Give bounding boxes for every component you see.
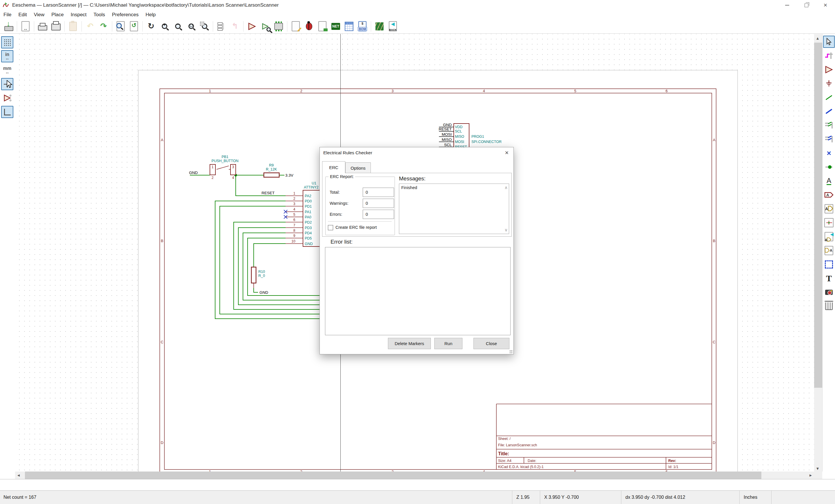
plot-button[interactable] [49, 20, 63, 33]
erc-dialog-titlebar[interactable]: Electrical Rules Checker [320, 147, 513, 158]
svg-text:A: A [826, 193, 829, 197]
zoom-out-button[interactable]: − [171, 20, 184, 33]
place-power-port-tool[interactable] [823, 77, 835, 89]
orthogonal-wires-toggle[interactable] [1, 106, 13, 118]
menu-place[interactable]: Place [48, 11, 67, 19]
place-symbol-tool[interactable] [823, 63, 835, 76]
svg-text:R_0: R_0 [258, 274, 265, 278]
erc-button[interactable] [302, 20, 316, 33]
vertical-scrollbar[interactable]: ▴ ▾ [814, 34, 822, 471]
page-settings-button[interactable]: ↔ [19, 20, 32, 33]
symbol-browser-button[interactable] [259, 20, 272, 33]
tab-options[interactable]: Options [345, 162, 371, 173]
svg-text:MOSI: MOSI [442, 132, 452, 137]
menu-edit[interactable]: Edit [15, 11, 30, 19]
menu-file[interactable]: File [0, 11, 15, 19]
scroll-right-arrow[interactable]: ▸ [810, 471, 812, 479]
units-mm-toggle[interactable]: mm↔ [1, 64, 13, 76]
place-sheet-pin-tool[interactable]: A [823, 244, 835, 257]
total-field[interactable]: 0 [363, 188, 394, 197]
symbol-fields-table-button[interactable] [342, 20, 356, 33]
hidden-pins-toggle[interactable] [1, 92, 13, 104]
undo-button[interactable]: ↶ [83, 20, 97, 33]
run-button[interactable]: Run [434, 338, 463, 349]
messages-scroll-down-icon[interactable]: ∨ [505, 227, 508, 233]
delete-tool[interactable] [823, 300, 835, 312]
place-hierarchical-sheet-tool[interactable] [823, 217, 835, 229]
paste-icon[interactable] [66, 20, 80, 33]
zoom-in-button[interactable]: + [158, 20, 171, 33]
menu-view[interactable]: View [30, 11, 48, 19]
place-wire-tool[interactable] [823, 92, 835, 103]
svg-text:A: A [713, 138, 716, 142]
messages-box[interactable]: Finished ∧ ∨ [399, 184, 509, 234]
svg-text:GND: GND [305, 242, 313, 246]
horizontal-scrollbar[interactable]: ◂ ▸ [15, 471, 814, 479]
close-dialog-button[interactable]: Close [473, 338, 509, 349]
find-replace-button[interactable]: ↺ [127, 20, 141, 33]
svg-text:PB1: PB1 [222, 155, 228, 159]
run-pcbnew-button[interactable] [373, 20, 386, 33]
message-panel [0, 479, 835, 491]
assign-footprints-button[interactable] [316, 20, 329, 33]
messages-scroll-up-icon[interactable]: ∧ [505, 185, 508, 190]
bom-button[interactable]: BOM$ [356, 20, 369, 33]
menu-help[interactable]: Help [142, 11, 159, 19]
minimize-button[interactable] [778, 0, 797, 11]
errors-field[interactable]: 0 [363, 210, 394, 219]
restore-button[interactable] [797, 0, 816, 11]
wire-to-bus-entry-tool[interactable] [823, 119, 835, 132]
tab-erc[interactable]: ERC [322, 161, 345, 173]
mouse-pointer [6, 80, 13, 89]
place-junction-tool[interactable] [823, 161, 835, 173]
scroll-up-arrow[interactable]: ▴ [816, 35, 819, 42]
select-tool[interactable] [823, 36, 835, 48]
symbol-editor-button[interactable] [245, 20, 259, 33]
scroll-left-arrow[interactable]: ◂ [17, 471, 20, 479]
erc-dialog-close-button[interactable]: × [500, 147, 513, 158]
highlight-net-tool[interactable] [823, 49, 835, 62]
generate-netlist-button[interactable]: NET [329, 20, 342, 33]
find-button[interactable] [114, 20, 127, 33]
import-sheet-pin-tool[interactable]: ◀A [823, 230, 835, 243]
svg-text:5: 5 [574, 89, 576, 93]
error-list-box[interactable] [325, 247, 511, 335]
warnings-field[interactable]: 0 [363, 199, 394, 208]
status-units: Inches [739, 491, 771, 504]
place-graphic-line-tool[interactable] [823, 258, 835, 270]
place-text-tool[interactable]: T [823, 272, 835, 284]
scroll-down-arrow[interactable]: ▾ [816, 466, 819, 471]
menu-preferences[interactable]: Preferences [108, 11, 142, 19]
redo-button[interactable]: ↷ [97, 20, 110, 33]
no-connect-tool[interactable]: × [823, 147, 835, 159]
hierarchy-navigator-button[interactable] [215, 20, 228, 33]
place-hierarchical-label-tool[interactable]: A [823, 203, 835, 215]
bus-to-bus-entry-tool[interactable] [823, 133, 835, 145]
horizontal-scroll-thumb[interactable] [25, 471, 761, 479]
delete-markers-button[interactable]: Delete Markers [388, 338, 431, 349]
eeschema-app-icon [2, 2, 9, 9]
place-image-tool[interactable] [823, 286, 835, 298]
annotate-button[interactable] [289, 20, 302, 33]
close-button[interactable]: × [816, 0, 835, 11]
place-bus-tool[interactable] [823, 105, 835, 118]
vertical-scroll-thumb[interactable] [814, 43, 822, 388]
menu-inspect[interactable]: Inspect [67, 11, 90, 19]
grid-visibility-toggle[interactable] [1, 36, 13, 48]
status-relative-delta: dx 3.950 dy -0.700 dist 4.012 [621, 491, 739, 504]
menu-tools[interactable]: Tools [90, 11, 109, 19]
print-button[interactable] [36, 20, 49, 33]
dialog-resize-grip[interactable] [509, 350, 513, 354]
leave-sheet-button[interactable]: ↰ [228, 20, 242, 33]
save-button[interactable]: ↓ [2, 20, 15, 33]
place-net-label-tool[interactable]: A [823, 175, 835, 187]
units-inches-toggle[interactable]: in↔ [1, 50, 13, 62]
create-erc-report-checkbox[interactable] [328, 225, 333, 230]
redraw-view-button[interactable]: ↻ [144, 20, 158, 33]
footprint-editor-button[interactable] [272, 20, 285, 33]
place-global-label-tool[interactable]: A [823, 189, 835, 201]
zoom-fit-button[interactable] [184, 20, 198, 33]
zoom-selection-button[interactable] [198, 20, 211, 33]
import-pcbnew-changes-button[interactable]: ◀BACK [386, 20, 400, 33]
svg-text:D: D [161, 441, 163, 445]
